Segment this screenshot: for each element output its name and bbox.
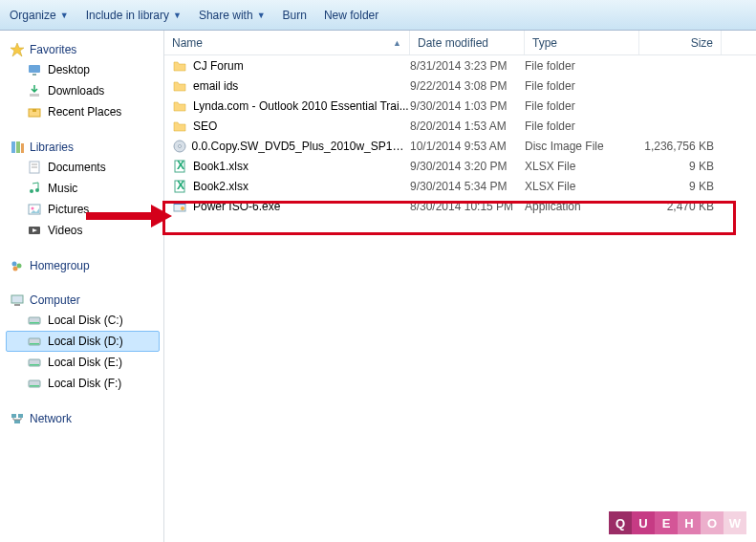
nav-sidebar: Favorites Desktop Downloads Recent Place… <box>0 31 164 542</box>
file-date: 10/1/2014 9:53 AM <box>410 140 525 153</box>
documents-icon <box>27 160 42 175</box>
sidebar-item-videos[interactable]: Videos <box>6 220 160 241</box>
svg-point-12 <box>30 189 33 193</box>
col-label: Date modified <box>418 36 488 50</box>
file-name: CJ Forum <box>193 59 244 73</box>
sort-asc-icon: ▲ <box>393 38 401 48</box>
pictures-icon <box>27 202 42 217</box>
drive-icon <box>27 376 42 391</box>
file-date: 9/30/2014 3:20 PM <box>410 160 525 173</box>
sidebar-item-disk-e[interactable]: Local Disk (E:) <box>6 352 160 373</box>
svg-text:X: X <box>177 179 184 192</box>
svg-marker-0 <box>11 43 24 56</box>
exe-icon <box>172 199 187 214</box>
sidebar-item-disk-f[interactable]: Local Disk (F:) <box>6 373 160 394</box>
libraries-header[interactable]: Libraries <box>6 138 160 157</box>
item-label: Local Disk (F:) <box>48 375 121 392</box>
svg-text:X: X <box>177 159 184 172</box>
col-label: Size <box>691 36 713 50</box>
libraries-icon <box>10 140 25 155</box>
file-type: Disc Image File <box>525 140 639 153</box>
col-label: Type <box>532 36 557 50</box>
svg-point-18 <box>12 262 17 267</box>
new-folder-button[interactable]: New folder <box>324 9 378 22</box>
file-row[interactable]: Power ISO-6.exe8/30/2014 10:15 PMApplica… <box>164 196 756 216</box>
file-list-pane: Name▲ Date modified Type Size CJ Forum8/… <box>164 31 756 542</box>
homegroup-label: Homegroup <box>30 259 90 272</box>
sidebar-item-recent-places[interactable]: Recent Places <box>6 101 160 122</box>
file-row[interactable]: email ids9/22/2014 3:08 PMFile folder <box>164 76 756 96</box>
file-type: File folder <box>525 119 639 133</box>
folder-icon <box>172 119 187 134</box>
computer-header[interactable]: Computer <box>6 291 160 310</box>
svg-point-19 <box>17 264 22 269</box>
svg-point-20 <box>13 267 18 271</box>
col-label: Name <box>172 36 203 50</box>
wm-letter: H <box>678 511 701 534</box>
computer-label: Computer <box>30 293 80 307</box>
svg-rect-41 <box>174 202 185 205</box>
wm-letter: W <box>724 511 746 534</box>
sidebar-item-downloads[interactable]: Downloads <box>6 80 160 101</box>
column-type[interactable]: Type <box>525 31 639 54</box>
burn-button[interactable]: Burn <box>283 9 307 22</box>
item-label: Downloads <box>48 82 104 99</box>
favorites-header[interactable]: Favorites <box>6 40 160 59</box>
drive-icon <box>27 355 42 370</box>
svg-rect-6 <box>11 141 15 153</box>
item-label: Local Disk (D:) <box>48 333 123 350</box>
network-header[interactable]: Network <box>6 409 160 428</box>
sidebar-item-music[interactable]: Music <box>6 178 160 199</box>
wm-letter: U <box>632 511 655 534</box>
svg-point-35 <box>179 144 182 147</box>
svg-rect-2 <box>32 74 36 76</box>
file-row[interactable]: XBook2.xlsx9/30/2014 5:34 PMXLSX File9 K… <box>164 176 756 196</box>
svg-rect-33 <box>14 420 20 423</box>
svg-rect-8 <box>21 143 24 153</box>
sidebar-item-disk-d[interactable]: Local Disk (D:) <box>6 331 160 352</box>
svg-rect-26 <box>30 343 39 345</box>
sidebar-item-disk-c[interactable]: Local Disk (C:) <box>6 310 160 331</box>
svg-rect-24 <box>30 322 39 324</box>
computer-icon <box>10 293 25 308</box>
svg-rect-31 <box>11 414 16 418</box>
column-size[interactable]: Size <box>639 31 722 54</box>
homegroup-header[interactable]: Homegroup <box>6 256 160 275</box>
organize-label: Organize <box>10 9 56 22</box>
svg-rect-1 <box>29 65 40 73</box>
file-name: Book1.xlsx <box>193 160 248 173</box>
sidebar-item-pictures[interactable]: Pictures <box>6 199 160 220</box>
file-name: Power ISO-6.exe <box>193 200 280 213</box>
burn-label: Burn <box>283 9 307 22</box>
svg-point-42 <box>181 206 184 210</box>
column-date[interactable]: Date modified <box>410 31 525 54</box>
recent-icon <box>27 104 42 119</box>
file-row[interactable]: XBook1.xlsx9/30/2014 3:20 PMXLSX File9 K… <box>164 156 756 176</box>
share-with-button[interactable]: Share with▼ <box>199 9 266 22</box>
favorites-label: Favorites <box>30 43 76 56</box>
svg-rect-28 <box>30 364 39 366</box>
file-row[interactable]: SEO8/20/2014 1:53 AMFile folder <box>164 116 756 136</box>
file-name: SEO <box>193 119 217 133</box>
organize-button[interactable]: Organize▼ <box>10 9 69 22</box>
file-size: 2,470 KB <box>639 200 722 213</box>
downloads-icon <box>27 83 42 98</box>
sidebar-item-desktop[interactable]: Desktop <box>6 59 160 80</box>
file-name: Lynda.com - Outlook 2010 Essential Trai.… <box>193 99 409 113</box>
sidebar-item-documents[interactable]: Documents <box>6 157 160 178</box>
file-row[interactable]: 0.0.Copy.SW_DVD5_Plus_2010w_SP1_W32...10… <box>164 136 756 156</box>
network-icon <box>10 411 25 426</box>
watermark: Q U E H O W <box>609 511 746 534</box>
file-date: 9/22/2014 3:08 PM <box>410 79 525 93</box>
file-date: 9/30/2014 1:03 PM <box>410 99 525 113</box>
wm-letter: Q <box>609 511 632 534</box>
wm-letter: O <box>701 511 724 534</box>
column-name[interactable]: Name▲ <box>164 31 410 54</box>
column-headers: Name▲ Date modified Type Size <box>164 31 756 55</box>
include-in-library-button[interactable]: Include in library▼ <box>86 9 182 22</box>
file-row[interactable]: CJ Forum8/31/2014 3:23 PMFile folder <box>164 55 756 76</box>
file-type: File folder <box>525 59 639 73</box>
file-type: XLSX File <box>525 160 639 173</box>
wm-letter: E <box>655 511 678 534</box>
file-row[interactable]: Lynda.com - Outlook 2010 Essential Trai.… <box>164 96 756 116</box>
